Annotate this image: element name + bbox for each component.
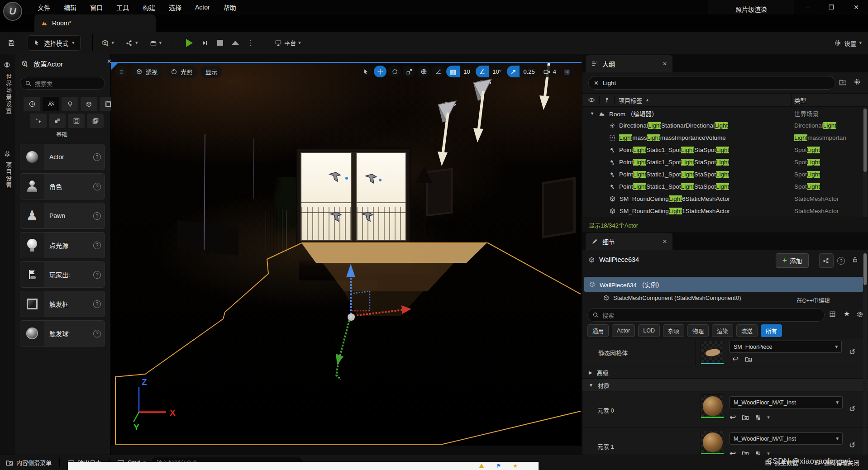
filter-chip-流送[interactable]: 流送 [736, 324, 758, 337]
close-button[interactable]: ✕ [844, 0, 868, 14]
outliner-tab[interactable]: 大纲 ✕ [586, 55, 672, 72]
eye-column-icon[interactable] [588, 96, 595, 104]
outliner-row-5[interactable]: PointLightStatic1_SpotLightStaSpotLight … [584, 180, 864, 193]
world-settings-icon[interactable] [4, 62, 10, 68]
viewport-lit-dropdown[interactable]: 光照 [166, 66, 197, 78]
menu-item-7[interactable]: 帮助 [217, 0, 243, 14]
category-lights-button[interactable] [62, 97, 78, 111]
outliner-row-0[interactable]: DirectionalLightStationarDirectionalLigh… [584, 119, 864, 132]
clear-search-icon[interactable]: ✕ [594, 80, 599, 86]
camera-speed-control[interactable]: 4 [540, 66, 559, 77]
details-settings-icon[interactable] [856, 311, 863, 318]
outliner-row-6[interactable]: SM_RoundCeilingLight6StaticMeshActor Sta… [584, 193, 864, 205]
platforms-dropdown[interactable]: 平台 ▾ [272, 35, 304, 51]
grid-snap-value[interactable]: 10 [460, 66, 473, 77]
grid-snap-control[interactable]: ▦ 10 [446, 66, 474, 77]
menu-item-1[interactable]: 编辑 [57, 0, 83, 14]
filter-chip-通用[interactable]: 通用 [587, 324, 609, 337]
category-geometry-button[interactable] [49, 114, 66, 128]
pin-column-icon[interactable] [604, 97, 610, 103]
help-circle-icon[interactable]: ? [93, 183, 101, 190]
move-tool-button[interactable] [374, 66, 386, 77]
stop-button[interactable] [212, 35, 228, 51]
content-drawer-button[interactable]: 内容侧滑菜单 [0, 455, 57, 470]
chevron-down-icon[interactable]: ▾ [767, 414, 770, 420]
save-button[interactable] [4, 35, 19, 51]
type-column-header[interactable]: 类型 [794, 96, 806, 104]
filter-chip-Actor[interactable]: Actor [612, 324, 635, 337]
project-settings-tab[interactable]: 项目设置 [4, 162, 13, 189]
static-mesh-thumbnail[interactable] [701, 341, 724, 364]
details-close-icon[interactable]: ✕ [663, 238, 667, 245]
help-circle-icon[interactable]: ? [93, 271, 101, 279]
browse-icon[interactable] [742, 414, 749, 421]
project-settings-icon[interactable] [4, 150, 11, 157]
select-tool-button[interactable] [359, 66, 372, 77]
details-tab[interactable]: 细节 ✕ [586, 233, 672, 250]
category-all-button[interactable] [87, 114, 104, 128]
scale-snap-control[interactable]: ↗ 0.25 [507, 66, 539, 77]
place-item-玩家出:[interactable]: 玩家出: ? [20, 261, 105, 288]
help-circle-icon[interactable]: ? [93, 330, 101, 337]
caret-down-icon[interactable]: ▼ [590, 111, 594, 116]
add-component-button[interactable]: + 添加 [776, 253, 809, 268]
play-options-button[interactable]: ⋮ [243, 35, 258, 51]
place-search-input[interactable]: 搜索类 [20, 77, 105, 90]
help-icon[interactable]: ? [837, 257, 845, 265]
minimize-button[interactable]: – [796, 0, 819, 14]
category-shapes-button[interactable] [81, 97, 97, 111]
menu-item-0[interactable]: 文件 [31, 0, 57, 14]
menu-item-4[interactable]: 构建 [136, 0, 162, 14]
static-mesh-dropdown[interactable]: SM_FloorPiece▾ [730, 341, 842, 353]
world-settings-tab[interactable]: 世界场景设置 [4, 74, 13, 114]
viewport-show-dropdown[interactable]: 显示 [200, 66, 222, 78]
add-actor-dropdown[interactable]: ▾ [98, 35, 118, 51]
checker-icon[interactable] [755, 414, 761, 421]
place-item-Pawn[interactable]: ♟ Pawn ? [20, 203, 105, 229]
help-circle-icon[interactable]: ? [93, 242, 101, 249]
favorites-star-icon[interactable]: ★ [844, 309, 850, 318]
browse-icon[interactable] [745, 356, 752, 363]
menu-item-5[interactable]: 选择 [162, 0, 188, 14]
blueprint-convert-button[interactable] [819, 253, 834, 268]
filter-chip-LOD[interactable]: LOD [638, 324, 660, 337]
viewport-3d[interactable]: Z X Y ≡ 透视 光照 显示 ▦ 10 ∠ 10° [111, 62, 582, 446]
outliner-close-icon[interactable]: ✕ [663, 61, 667, 67]
rotate-tool-button[interactable] [388, 66, 401, 77]
play-button[interactable] [181, 35, 197, 51]
details-search-input[interactable]: 搜索 [587, 309, 825, 322]
menu-item-3[interactable]: 工具 [110, 0, 136, 14]
material-thumbnail[interactable] [701, 431, 724, 454]
chevron-down-icon[interactable]: ▾ [767, 451, 770, 455]
scale-tool-button[interactable] [403, 66, 415, 77]
blueprints-dropdown[interactable]: ▾ [123, 35, 141, 51]
browse-icon[interactable] [742, 450, 749, 455]
menu-item-6[interactable]: Actor [188, 0, 217, 14]
viewport-menu-button[interactable]: ≡ [115, 66, 128, 78]
category-recent-button[interactable] [24, 97, 40, 111]
viewport-perspective-dropdown[interactable]: 透视 [131, 66, 162, 78]
component-tree-selected-row[interactable]: WallPiece634 （实例） [584, 277, 863, 292]
eject-button[interactable] [228, 35, 243, 51]
outliner-settings-icon[interactable] [854, 78, 861, 85]
outliner-row-3[interactable]: PointLightStatic1_SpotLightStaSpotLight … [584, 156, 864, 168]
details-scrollbar[interactable] [863, 253, 867, 285]
unreal-logo-icon[interactable]: U [3, 2, 22, 21]
material-dropdown[interactable]: M_WoodFloor_MAT_Inst▾ [730, 396, 843, 408]
place-item-触发球'[interactable]: 触发球' ? [20, 320, 105, 347]
filter-chip-所有[interactable]: 所有 [761, 324, 782, 337]
place-item-角色[interactable]: 角色 ? [20, 173, 105, 199]
level-tab-room[interactable]: Room* [34, 14, 156, 32]
unlock-icon[interactable] [852, 256, 858, 263]
category-effects-button[interactable] [30, 114, 47, 128]
place-item-Actor[interactable]: Actor ? [20, 144, 105, 170]
transform-gizmo[interactable] [336, 264, 411, 380]
material-thumbnail[interactable] [701, 394, 724, 418]
outliner-row-root[interactable]: ▼ Room （编辑器） 世界场景 [584, 107, 864, 119]
place-item-触发框[interactable]: 触发框 ? [20, 291, 105, 317]
reset-icon[interactable]: ↺ [849, 441, 855, 450]
display-filter-icon[interactable] [829, 311, 836, 318]
scale-snap-value[interactable]: 0.25 [520, 66, 538, 77]
angle-snap-value[interactable]: 10° [489, 66, 505, 77]
filter-chip-杂项[interactable]: 杂项 [663, 324, 684, 337]
